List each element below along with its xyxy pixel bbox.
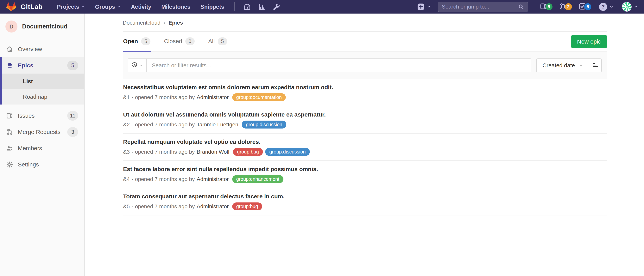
history-icon [132,62,138,69]
epic-row: Necessitatibus voluptatem est omnis dolo… [123,79,607,106]
dashboard-gauge-icon[interactable] [243,3,251,11]
recent-searches-button[interactable] [128,59,147,72]
label-badge[interactable]: group:enhancement [232,175,284,183]
chevron-down-icon [427,5,431,9]
epic-meta: &4 · opened 7 months ago by Administrato… [123,175,606,183]
admin-wrench-icon[interactable] [273,3,280,11]
merge-requests-count-badge: 2 [565,3,572,10]
nav-milestones[interactable]: Milestones [161,4,190,10]
gitlab-home-link[interactable]: GitLab [6,2,43,12]
search-icon [518,4,524,10]
new-epic-button[interactable]: New epic [571,35,607,48]
nav-activity[interactable]: Activity [131,4,151,10]
chevron-down-icon [140,64,143,67]
sidebar-item-epics[interactable]: Epics 5 [2,57,84,74]
epic-title-link[interactable]: Ut aut dolorum vel assumenda omnis volup… [123,111,606,118]
tab-closed[interactable]: Closed 0 [164,32,195,52]
label-badge[interactable]: group:documentation [232,93,286,101]
help-menu-button[interactable]: ? [599,3,613,11]
gear-icon [6,161,13,168]
brand-name: GitLab [20,3,43,11]
chevron-down-icon [610,5,613,9]
group-context-header[interactable]: D Documentcloud [0,13,84,41]
epic-author-link[interactable]: Administrator [197,176,229,182]
merge-requests-count-badge: 3 [67,127,78,137]
epic-row: Est facere labore error sint nulla repel… [123,161,607,188]
epic-ref: &4 [123,176,130,182]
epic-author-link[interactable]: Administrator [197,203,229,210]
epic-title-link[interactable]: Necessitatibus voluptatem est omnis dolo… [123,84,606,91]
members-icon [6,145,13,152]
epic-row: Ut aut dolorum vel assumenda omnis volup… [123,106,607,134]
merge-request-icon [6,129,13,136]
user-avatar [622,2,632,12]
navbar-issues-button[interactable]: 9 [540,3,552,11]
sidebar-item-overview[interactable]: Overview [0,41,84,57]
chevron-down-icon [117,5,121,9]
top-navbar: GitLab Projects Groups Activity Mileston… [0,0,644,13]
epic-ref: &1 [123,94,130,101]
epic-author-link[interactable]: Administrator [197,94,229,101]
analytics-chart-icon[interactable] [258,3,266,11]
epic-title-link[interactable]: Totam consequatur aut aspernatur delectu… [123,193,606,200]
label-badge[interactable]: group:discussion [242,121,286,129]
group-sidebar: D Documentcloud Overview Epics 5 List Ro… [0,13,85,276]
filter-bar: Created date [123,52,607,79]
sidebar-item-merge-requests[interactable]: Merge Requests 3 [0,124,84,140]
epic-ref: &3 [123,149,130,155]
breadcrumb: Documentcloud › Epics [123,13,607,26]
sidebar-item-settings[interactable]: Settings [0,156,84,173]
epic-title-link[interactable]: Repellat numquam voluptate vel optio ea … [123,138,606,145]
filtered-search-box [128,58,531,72]
help-icon: ? [599,3,607,11]
chevron-down-icon [634,5,638,9]
sidebar-epics-section: Epics 5 List Roadmap [0,57,84,105]
sidebar-item-members[interactable]: Members [0,140,84,156]
global-search-input[interactable] [442,4,518,10]
breadcrumb-separator: › [164,20,165,26]
label-badge[interactable]: group:bug [233,148,263,156]
label-badge[interactable]: group:bug [232,202,262,210]
chevron-down-icon [81,5,85,9]
epic-ref: &5 [123,203,130,210]
sidebar-item-epics-list[interactable]: List [2,74,84,89]
epic-row: Repellat numquam voluptate vel optio ea … [123,134,607,161]
tab-open[interactable]: Open 5 [123,32,151,52]
sidebar-item-epics-roadmap[interactable]: Roadmap [2,89,84,105]
filter-search-input[interactable] [147,62,531,69]
navbar-merge-requests-button[interactable]: 2 [560,3,572,11]
nav-projects[interactable]: Projects [57,4,85,10]
navbar-divider [234,2,235,11]
todos-count-badge: 6 [584,3,591,10]
sidebar-item-issues[interactable]: Issues 11 [0,108,84,124]
epic-row: Totam consequatur aut aspernatur delectu… [123,188,607,215]
plus-square-icon [417,3,424,10]
epics-header-row: Open 5 Closed 0 All 5 New epic [123,32,607,52]
new-menu-button[interactable] [417,3,431,10]
tab-all[interactable]: All 5 [208,32,228,52]
tab-all-count: 5 [218,37,227,45]
nav-groups[interactable]: Groups [95,4,121,10]
sort-controls: Created date [536,58,602,72]
sort-order-icon [592,62,599,69]
navbar-todos-button[interactable]: 6 [579,3,591,11]
chevron-down-icon [579,63,583,68]
breadcrumb-group-link[interactable]: Documentcloud [123,20,160,26]
label-badge[interactable]: group:discussion [265,148,310,156]
epic-meta: &3 · opened 7 months ago by Brandon Wolf… [123,148,606,156]
home-icon [6,46,13,53]
user-menu-button[interactable] [622,2,638,12]
epic-meta: &5 · opened 7 months ago by Administrato… [123,202,606,210]
epic-ref: &2 [123,122,130,128]
epic-opened-text: · opened 7 months ago by [132,203,195,210]
group-avatar: D [6,20,18,32]
sort-direction-button[interactable] [589,58,602,72]
nav-snippets[interactable]: Snippets [200,4,224,10]
state-tabs: Open 5 Closed 0 All 5 [123,32,240,51]
epics-count-badge: 5 [67,61,78,70]
epic-author-link[interactable]: Tammie Luettgen [197,122,238,128]
sort-dropdown[interactable]: Created date [536,58,589,72]
epic-author-link[interactable]: Brandon Wolf [197,149,230,155]
epic-title-link[interactable]: Est facere labore error sint nulla repel… [123,166,606,172]
epic-list: Necessitatibus voluptatem est omnis dolo… [123,79,607,215]
